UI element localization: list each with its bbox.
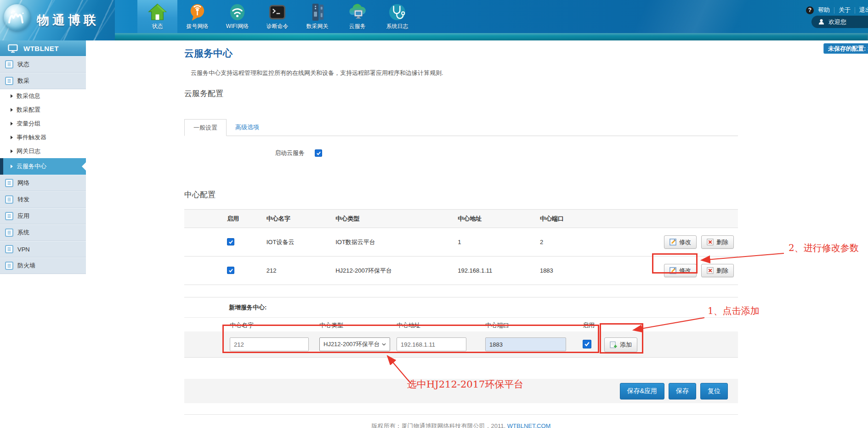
brand-bubble-icon [4,4,30,31]
help-icon: ? [806,6,814,14]
sidebar-item-data-acquisition[interactable]: 数采 [0,73,86,89]
add-button[interactable]: 添加 [604,337,637,352]
nav-item-diagnostics[interactable]: 诊断命令 [257,0,297,33]
footer-divider [184,414,738,415]
center-type-selected-value: HJ212-2007环保平台 [323,340,379,348]
delete-button[interactable]: 删除 [701,264,734,277]
sidebar-subitem-event-trigger[interactable]: 事件触发器 [0,131,86,144]
sidebar-item-label: 状态 [17,60,29,68]
nav-item-cloud-service[interactable]: 云服务 [337,0,377,33]
sidebar-subitem-cloud-service-center[interactable]: 云服务中心 [0,158,86,175]
wifi-icon [227,2,247,22]
nav-item-wifi-network[interactable]: WIFI网络 [217,0,257,33]
sidebar-subitem-label: 变量分组 [17,120,40,128]
save-apply-button[interactable]: 保存&应用 [620,383,664,399]
cell-center-address: 192.168.1.11 [457,257,539,285]
row-actions: 修改 删除 [664,235,738,249]
center-address-input[interactable] [397,337,466,351]
nav-item-status[interactable]: 状态 [137,0,177,33]
edit-button[interactable]: 修改 [664,235,697,249]
col-header-port: 中心端口 [539,210,664,228]
sidebar-item-vpn[interactable]: VPN [0,241,86,257]
tab-general-settings[interactable]: 一般设置 [184,119,227,136]
sidebar-subitem-gateway-log[interactable]: 网关日志 [0,144,86,158]
divider [834,7,834,13]
brand-name: 物通博联 [37,12,99,29]
dial-network-icon [187,2,207,22]
enable-cloud-service-checkbox[interactable] [315,149,322,157]
sidebar-item-label: 网络 [17,179,29,187]
top-bar-swoosh [0,33,868,40]
col-header-address: 中心地址 [457,210,539,228]
col-header-actions [664,210,738,228]
edit-button-label: 修改 [679,238,691,246]
nav-item-gateway[interactable]: 数采网关 [297,0,337,33]
nav-label: 诊断命令 [267,23,289,30]
add-enabled-checkbox[interactable] [583,340,591,348]
delete-button[interactable]: 删除 [701,235,734,249]
edit-button-label: 修改 [679,267,691,275]
about-link[interactable]: 关于 [839,6,851,14]
nav-item-system-log[interactable]: 系统日志 [377,0,417,33]
sidebar-item-firewall[interactable]: 防火墙 [0,257,86,274]
unsaved-config-badge[interactable]: 未保存的配置: 3 [823,43,868,54]
user-icon [818,18,825,25]
page-description: 云服务中心支持远程管理和监控所有的在线网关和设备，支持远程部署应用程序和边缘计算… [191,69,738,77]
logout-link[interactable]: 退出 [859,6,868,14]
sidebar-item-status[interactable]: 状态 [0,56,86,73]
section-center-config-heading: 中心配置 [184,189,738,200]
nav-item-dial-network[interactable]: 拨号网络 [177,0,217,33]
nav-label: 数采网关 [306,23,329,30]
sidebar-subitem-variable-group[interactable]: 变量分组 [0,117,86,131]
welcome-text: 欢迎您 [828,18,846,26]
sidebar-subitem-label: 云服务中心 [17,162,46,171]
footer: 版权所有：厦门物通博联网络科技有限公司，2011. WTBLNET.COM [184,422,738,428]
page-title: 云服务中心 [184,47,738,60]
sidebar-subitem-data-config[interactable]: 数采配置 [0,103,86,117]
table-header-row: 启用 中心名字 中心类型 中心地址 中心端口 [184,210,738,228]
row-enabled-checkbox[interactable] [227,238,234,245]
sidebar-subitem-label: 事件触发器 [17,133,46,142]
sidebar-item-forwarding[interactable]: 转发 [0,191,86,208]
sidebar-item-label: 转发 [17,195,29,204]
divider [855,7,855,13]
center-name-input[interactable] [230,337,309,351]
list-icon [5,179,13,187]
bottom-actions-bar: 保存&应用 保存 复位 [184,379,738,403]
user-welcome-pill[interactable]: 欢迎您 [811,16,868,28]
sidebar-item-label: 数采 [17,77,29,85]
center-type-select[interactable]: HJ212-2007环保平台 [319,337,390,351]
tab-advanced-options[interactable]: 高级选项 [227,119,268,136]
add-form-inputs-row: HJ212-2007环保平台 添加 [184,331,738,357]
help-link[interactable]: 帮助 [818,6,830,14]
cloud-icon [347,2,367,22]
list-icon [5,212,13,220]
cell-center-port: 1883 [539,257,664,285]
terminal-icon [267,2,287,22]
sidebar-item-network[interactable]: 网络 [0,175,86,191]
caret-right-icon [11,165,13,168]
delete-icon [707,267,714,274]
center-config-table: 启用 中心名字 中心类型 中心地址 中心端口 IOT设备云 IOT数据云平台 1… [184,209,738,285]
main-content: 云服务中心 云服务中心支持远程管理和监控所有的在线网关和设备，支持远程部署应用程… [184,40,738,428]
center-port-input[interactable] [485,337,566,351]
sidebar-subitem-label: 数采信息 [17,92,40,100]
col-header-type: 中心类型 [335,210,457,228]
nav-label: WIFI网络 [226,23,249,30]
enable-cloud-service-row: 启动云服务 [184,149,738,157]
nav-label: 系统日志 [386,23,408,30]
edit-button[interactable]: 修改 [664,264,697,277]
sidebar-item-system[interactable]: 系统 [0,224,86,241]
save-button[interactable]: 保存 [669,383,696,399]
sidebar-item-applications[interactable]: 应用 [0,208,86,224]
cell-center-name: 212 [266,257,335,285]
row-enabled-checkbox[interactable] [227,267,234,274]
sidebar-subitem-data-info[interactable]: 数采信息 [0,89,86,103]
home-icon [148,2,167,22]
wtblnet-link[interactable]: WTBLNET.COM [507,422,551,428]
reset-button[interactable]: 复位 [700,383,728,399]
tab-bar: 一般设置 高级选项 [184,119,738,136]
cell-center-name: IOT设备云 [266,228,335,257]
caret-right-icon [11,136,13,139]
cell-center-port: 2 [539,228,664,257]
